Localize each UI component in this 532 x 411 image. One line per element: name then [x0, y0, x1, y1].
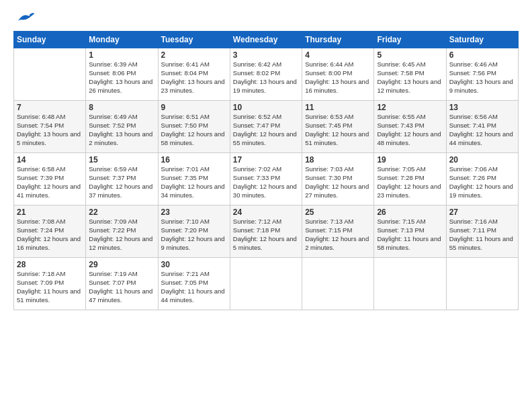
- sunrise-text: Sunrise: 7:10 AM: [161, 218, 210, 225]
- daylight-text: Daylight: 13 hours and 19 minutes.: [233, 78, 297, 94]
- weekday-header-tuesday: Tuesday: [158, 32, 230, 48]
- calendar-cell: 30Sunrise: 7:21 AMSunset: 7:05 PMDayligh…: [158, 258, 230, 310]
- calendar-cell: 22Sunrise: 7:09 AMSunset: 7:22 PMDayligh…: [86, 205, 158, 258]
- daylight-text: Daylight: 12 hours and 9 minutes.: [161, 235, 225, 251]
- daylight-text: Daylight: 12 hours and 12 minutes.: [89, 235, 152, 251]
- day-number: 22: [89, 208, 154, 217]
- daylight-text: Daylight: 12 hours and 23 minutes.: [377, 183, 441, 199]
- day-number: 3: [233, 50, 299, 60]
- sunset-text: Sunset: 7:05 PM: [161, 279, 208, 286]
- sunset-text: Sunset: 8:02 PM: [233, 69, 280, 77]
- daylight-text: Daylight: 13 hours and 23 minutes.: [161, 78, 225, 94]
- daylight-text: Daylight: 12 hours and 19 minutes.: [449, 183, 513, 199]
- sunrise-text: Sunrise: 6:56 AM: [449, 113, 498, 120]
- sunrise-text: Sunrise: 6:45 AM: [377, 60, 425, 68]
- day-number: 26: [377, 208, 443, 217]
- day-number: 8: [89, 103, 154, 112]
- daylight-text: Daylight: 12 hours and 34 minutes.: [161, 183, 225, 199]
- calendar-cell: 26Sunrise: 7:15 AMSunset: 7:13 PMDayligh…: [374, 205, 446, 258]
- calendar-cell: 20Sunrise: 7:06 AMSunset: 7:26 PMDayligh…: [446, 153, 518, 205]
- daylight-text: Daylight: 12 hours and 51 minutes.: [305, 130, 369, 146]
- sunrise-text: Sunrise: 7:21 AM: [161, 270, 210, 277]
- day-number: 30: [161, 260, 227, 269]
- sunrise-text: Sunrise: 7:06 AM: [449, 165, 498, 173]
- day-number: 29: [89, 260, 154, 269]
- calendar-cell: 7Sunrise: 6:48 AMSunset: 7:54 PMDaylight…: [14, 101, 86, 153]
- sunset-text: Sunset: 7:50 PM: [161, 122, 208, 129]
- calendar-cell: 25Sunrise: 7:13 AMSunset: 7:15 PMDayligh…: [302, 205, 374, 258]
- day-number: 11: [305, 103, 371, 112]
- weekday-header-monday: Monday: [86, 32, 158, 48]
- header: [13, 11, 519, 24]
- sunset-text: Sunset: 7:11 PM: [449, 226, 496, 234]
- sunset-text: Sunset: 7:22 PM: [89, 226, 136, 234]
- daylight-text: Daylight: 12 hours and 5 minutes.: [233, 235, 297, 251]
- sunset-text: Sunset: 7:24 PM: [17, 226, 64, 234]
- calendar-cell: 19Sunrise: 7:05 AMSunset: 7:28 PMDayligh…: [374, 153, 446, 205]
- sunset-text: Sunset: 7:39 PM: [17, 174, 64, 181]
- sunset-text: Sunset: 7:58 PM: [377, 69, 424, 77]
- sunset-text: Sunset: 7:47 PM: [233, 122, 280, 129]
- day-number: 18: [305, 155, 371, 165]
- logo: [13, 11, 36, 24]
- daylight-text: Daylight: 13 hours and 2 minutes.: [89, 130, 152, 146]
- calendar-cell: 18Sunrise: 7:03 AMSunset: 7:30 PMDayligh…: [302, 153, 374, 205]
- sunrise-text: Sunrise: 6:48 AM: [17, 113, 65, 120]
- sunset-text: Sunset: 8:06 PM: [89, 69, 136, 77]
- daylight-text: Daylight: 13 hours and 16 minutes.: [305, 78, 369, 94]
- daylight-text: Daylight: 12 hours and 2 minutes.: [305, 235, 369, 251]
- sunset-text: Sunset: 7:35 PM: [161, 174, 208, 181]
- daylight-text: Daylight: 11 hours and 44 minutes.: [161, 287, 225, 304]
- calendar-cell: 24Sunrise: 7:12 AMSunset: 7:18 PMDayligh…: [230, 205, 302, 258]
- calendar-cell: 2Sunrise: 6:41 AMSunset: 8:04 PMDaylight…: [158, 48, 230, 101]
- daylight-text: Daylight: 11 hours and 55 minutes.: [449, 235, 513, 251]
- calendar-cell: 6Sunrise: 6:46 AMSunset: 7:56 PMDaylight…: [446, 48, 518, 101]
- sunrise-text: Sunrise: 6:49 AM: [89, 113, 137, 120]
- sunrise-text: Sunrise: 7:09 AM: [89, 218, 137, 225]
- calendar-cell: [230, 258, 302, 310]
- weekday-header-saturday: Saturday: [446, 32, 518, 48]
- daylight-text: Daylight: 12 hours and 41 minutes.: [17, 183, 81, 199]
- sunset-text: Sunset: 8:04 PM: [161, 69, 208, 77]
- daylight-text: Daylight: 12 hours and 58 minutes.: [161, 130, 225, 146]
- calendar-cell: 17Sunrise: 7:02 AMSunset: 7:33 PMDayligh…: [230, 153, 302, 205]
- calendar-cell: 15Sunrise: 6:59 AMSunset: 7:37 PMDayligh…: [86, 153, 158, 205]
- sunrise-text: Sunrise: 7:05 AM: [377, 165, 425, 173]
- sunrise-text: Sunrise: 7:16 AM: [449, 218, 498, 225]
- calendar-cell: 13Sunrise: 6:56 AMSunset: 7:41 PMDayligh…: [446, 101, 518, 153]
- sunrise-text: Sunrise: 7:02 AM: [233, 165, 281, 173]
- day-number: 16: [161, 155, 227, 165]
- calendar-week-4: 21Sunrise: 7:08 AMSunset: 7:24 PMDayligh…: [14, 205, 519, 258]
- calendar-cell: 1Sunrise: 6:39 AMSunset: 8:06 PMDaylight…: [86, 48, 158, 101]
- sunset-text: Sunset: 7:37 PM: [89, 174, 136, 181]
- weekday-header-row: SundayMondayTuesdayWednesdayThursdayFrid…: [14, 32, 519, 48]
- calendar-cell: 12Sunrise: 6:55 AMSunset: 7:43 PMDayligh…: [374, 101, 446, 153]
- sunrise-text: Sunrise: 7:15 AM: [377, 218, 425, 225]
- calendar-week-5: 28Sunrise: 7:18 AMSunset: 7:09 PMDayligh…: [14, 258, 519, 310]
- calendar-cell: 23Sunrise: 7:10 AMSunset: 7:20 PMDayligh…: [158, 205, 230, 258]
- sunset-text: Sunset: 7:43 PM: [377, 122, 424, 129]
- day-number: 13: [449, 103, 515, 112]
- sunrise-text: Sunrise: 6:41 AM: [161, 60, 210, 68]
- daylight-text: Daylight: 11 hours and 47 minutes.: [89, 287, 152, 304]
- calendar-cell: 21Sunrise: 7:08 AMSunset: 7:24 PMDayligh…: [14, 205, 86, 258]
- day-number: 23: [161, 208, 227, 217]
- daylight-text: Daylight: 13 hours and 5 minutes.: [17, 130, 81, 146]
- calendar-cell: 8Sunrise: 6:49 AMSunset: 7:52 PMDaylight…: [86, 101, 158, 153]
- sunset-text: Sunset: 7:15 PM: [305, 226, 352, 234]
- weekday-header-wednesday: Wednesday: [230, 32, 302, 48]
- sunrise-text: Sunrise: 6:55 AM: [377, 113, 425, 120]
- day-number: 15: [89, 155, 154, 165]
- sunrise-text: Sunrise: 6:42 AM: [233, 60, 281, 68]
- sunset-text: Sunset: 7:07 PM: [89, 279, 136, 286]
- weekday-header-friday: Friday: [374, 32, 446, 48]
- sunrise-text: Sunrise: 6:52 AM: [233, 113, 281, 120]
- sunset-text: Sunset: 7:20 PM: [161, 226, 208, 234]
- daylight-text: Daylight: 13 hours and 26 minutes.: [89, 78, 152, 94]
- day-number: 6: [449, 50, 515, 60]
- sunset-text: Sunset: 7:56 PM: [449, 69, 496, 77]
- calendar-cell: 10Sunrise: 6:52 AMSunset: 7:47 PMDayligh…: [230, 101, 302, 153]
- sunrise-text: Sunrise: 7:18 AM: [17, 270, 65, 277]
- calendar-cell: 3Sunrise: 6:42 AMSunset: 8:02 PMDaylight…: [230, 48, 302, 101]
- calendar-cell: 14Sunrise: 6:58 AMSunset: 7:39 PMDayligh…: [14, 153, 86, 205]
